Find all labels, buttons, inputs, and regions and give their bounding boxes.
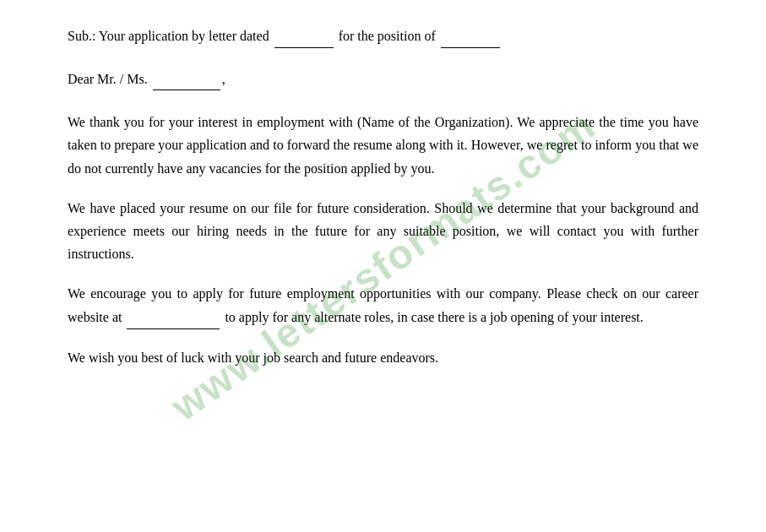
- paragraph-1: We thank you for your interest in employ…: [68, 111, 698, 180]
- paragraph-3-website-blank: [127, 306, 220, 329]
- paragraph-3: We encourage you to apply for future emp…: [68, 282, 698, 328]
- salutation-text: Dear Mr. / Ms.: [68, 72, 148, 86]
- subject-position-blank: [441, 25, 500, 48]
- paragraph-3-text-after: to apply for any alternate roles, in cas…: [221, 310, 643, 324]
- subject-line: Sub.: Your application by letter dated f…: [68, 25, 698, 48]
- paragraph-2: We have placed your resume on our file f…: [68, 197, 698, 266]
- salutation-comma: ,: [222, 72, 225, 86]
- paragraph-4-text: We wish you best of luck with your job s…: [68, 350, 438, 365]
- paragraph-1-text: We thank you for your interest in employ…: [68, 115, 698, 175]
- paragraph-2-text: We have placed your resume on our file f…: [68, 201, 698, 261]
- salutation-name-blank: [153, 68, 220, 91]
- salutation: Dear Mr. / Ms. ,: [68, 68, 698, 91]
- subject-middle: for the position of: [339, 29, 436, 43]
- subject-prefix: Sub.: Your application by letter dated: [68, 29, 269, 43]
- subject-date-blank: [274, 25, 334, 48]
- page-content: Sub.: Your application by letter dated f…: [0, 0, 766, 411]
- paragraph-4: We wish you best of luck with your job s…: [68, 346, 698, 369]
